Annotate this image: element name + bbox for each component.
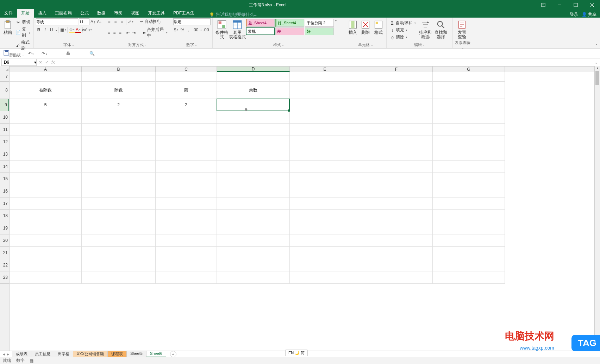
format-painter-button[interactable]: 🖌格式刷 xyxy=(15,39,31,52)
tab-开始[interactable]: 开始 xyxy=(17,9,34,18)
group-clipboard-label: 剪贴板 xyxy=(2,52,31,58)
svg-rect-6 xyxy=(222,25,225,28)
group-styles-label: 样式 xyxy=(215,42,343,48)
group-number-label: 数字 xyxy=(173,42,210,48)
font-size-select[interactable] xyxy=(79,18,89,25)
tab-PDF工具集[interactable]: PDF工具集 xyxy=(169,9,199,18)
name-box[interactable]: D9▾ xyxy=(1,59,37,66)
conditional-format-button[interactable]: 条件格式 xyxy=(215,18,229,39)
insert-cells-button[interactable]: 插入 xyxy=(347,18,358,35)
login-link[interactable]: 登录 xyxy=(570,12,578,18)
redo-icon[interactable]: ↷ xyxy=(42,51,47,56)
minimize-icon[interactable] xyxy=(551,0,568,10)
style-normal[interactable]: 常规 xyxy=(246,27,275,35)
align-left-icon[interactable]: ≡ xyxy=(106,30,111,36)
currency-icon[interactable]: $ xyxy=(173,27,179,33)
phonetic-icon[interactable]: wén xyxy=(84,27,90,33)
tab-插入[interactable]: 插入 xyxy=(34,9,51,18)
group-font-label: 字体 xyxy=(36,42,102,48)
maximize-icon[interactable] xyxy=(568,0,584,10)
tab-页面布局[interactable]: 页面布局 xyxy=(51,9,76,18)
decrease-indent-icon[interactable]: ⇤ xyxy=(126,30,131,36)
group-editing-label: 编辑 xyxy=(389,42,450,48)
clear-button[interactable]: ◇清除 xyxy=(389,34,417,40)
decrease-font-icon[interactable]: A↓ xyxy=(96,19,102,25)
border-icon[interactable]: ▦ xyxy=(60,27,66,33)
invoice-check-button[interactable]: 发票查验 xyxy=(455,18,469,39)
style-bad[interactable]: 差 xyxy=(275,27,304,35)
align-bottom-icon[interactable]: ≡ xyxy=(119,19,125,25)
tab-视图[interactable]: 视图 xyxy=(127,9,144,18)
formula-bar: D9▾ ✕ ✓ fx ⌄ xyxy=(0,58,600,66)
group-invoice-label: 发票查验 xyxy=(455,39,470,50)
fx-icon[interactable]: fx xyxy=(51,60,55,65)
bold-icon[interactable]: B xyxy=(36,27,42,33)
number-format-select[interactable] xyxy=(173,18,211,25)
tab-file[interactable]: 文件 xyxy=(0,9,17,18)
align-center-icon[interactable]: ≡ xyxy=(112,30,117,36)
tab-开发工具[interactable]: 开发工具 xyxy=(144,9,169,18)
font-color-icon[interactable]: A xyxy=(75,27,81,33)
increase-indent-icon[interactable]: ⇥ xyxy=(131,30,136,36)
quick-access-toolbar: ↶ ↷ 🖶 🔍 xyxy=(0,49,600,58)
tab-审阅[interactable]: 审阅 xyxy=(110,9,127,18)
style-good-sheet4[interactable]: 好_Sheet4 xyxy=(275,19,304,27)
svg-rect-1 xyxy=(574,3,577,7)
print-icon[interactable]: 🖶 xyxy=(66,51,70,56)
autosum-button[interactable]: Σ自动求和 xyxy=(389,20,417,26)
fill-button[interactable]: ↓填充 xyxy=(389,27,417,33)
preview-icon[interactable]: 🔍 xyxy=(89,51,95,56)
align-middle-icon[interactable]: ≡ xyxy=(113,19,118,25)
format-cells-button[interactable]: 格式 xyxy=(373,18,384,35)
align-right-icon[interactable]: ≡ xyxy=(118,30,123,36)
fill-color-icon[interactable]: ◇ xyxy=(69,27,75,33)
paste-button[interactable]: 粘贴 xyxy=(2,18,13,35)
merge-center-button[interactable]: ⬌ 合并后居中 xyxy=(142,26,169,39)
ribbon-options-icon[interactable] xyxy=(535,0,551,10)
italic-icon[interactable]: I xyxy=(42,27,48,33)
ribbon: 粘贴 ✂剪切 📄复制 🖌格式刷 剪贴板 A↑ A↓ B I U xyxy=(0,18,600,49)
align-top-icon[interactable]: ≡ xyxy=(106,19,112,25)
svg-rect-5 xyxy=(219,21,221,24)
font-name-select[interactable] xyxy=(36,18,78,25)
tab-数据[interactable]: 数据 xyxy=(93,9,110,18)
tab-公式[interactable]: 公式 xyxy=(76,9,93,18)
share-button[interactable]: 👤 共享 xyxy=(582,12,596,18)
window-title: 工作簿3.xlsx - Excel xyxy=(249,2,287,8)
titlebar: 工作簿3.xlsx - Excel xyxy=(0,0,600,10)
increase-font-icon[interactable]: A↑ xyxy=(90,19,96,25)
copy-button[interactable]: 📄复制 xyxy=(15,26,31,39)
group-alignment-label: 对齐方式 xyxy=(106,42,169,48)
find-select-button[interactable]: 查找和选择 xyxy=(434,18,448,39)
underline-icon[interactable]: U xyxy=(49,27,54,33)
orientation-icon[interactable]: ⤢ xyxy=(128,19,133,25)
confirm-formula-icon[interactable]: ✓ xyxy=(45,60,49,65)
svg-rect-3 xyxy=(6,20,9,23)
ribbon-tabs: 文件 开始插入页面布局公式数据审阅视图开发工具PDF工具集💡 告诉我您想要做什么… xyxy=(0,10,600,18)
style-bad-sheet4[interactable]: 差_Sheet4 xyxy=(246,19,275,27)
wrap-text-button[interactable]: ↩ 自动换行 xyxy=(139,18,162,25)
style-good[interactable]: 好 xyxy=(305,27,334,35)
collapse-ribbon-icon[interactable]: ⌃ xyxy=(593,18,600,48)
cut-button[interactable]: ✂剪切 xyxy=(15,19,31,26)
close-icon[interactable] xyxy=(584,0,600,10)
tell-me-hint[interactable]: 💡 告诉我您想要做什么... xyxy=(209,12,257,18)
comma-icon[interactable]: , xyxy=(186,27,192,33)
svg-rect-14 xyxy=(376,22,378,24)
formula-input[interactable] xyxy=(57,59,592,66)
style-thousand[interactable]: 千位分隔 2 xyxy=(305,19,334,27)
format-as-table-button[interactable]: 套用 表格格式 xyxy=(230,18,244,39)
sort-filter-button[interactable]: 排序和筛选 xyxy=(418,18,432,39)
percent-icon[interactable]: % xyxy=(180,27,185,33)
decrease-decimal-icon[interactable]: ←.00 xyxy=(201,27,207,33)
delete-cells-button[interactable]: 删除 xyxy=(360,18,371,35)
styles-more-icon[interactable]: ▾ xyxy=(335,19,337,22)
cancel-formula-icon[interactable]: ✕ xyxy=(39,60,42,65)
group-cells-label: 单元格 xyxy=(347,42,384,48)
expand-formula-icon[interactable]: ⌄ xyxy=(592,60,600,65)
